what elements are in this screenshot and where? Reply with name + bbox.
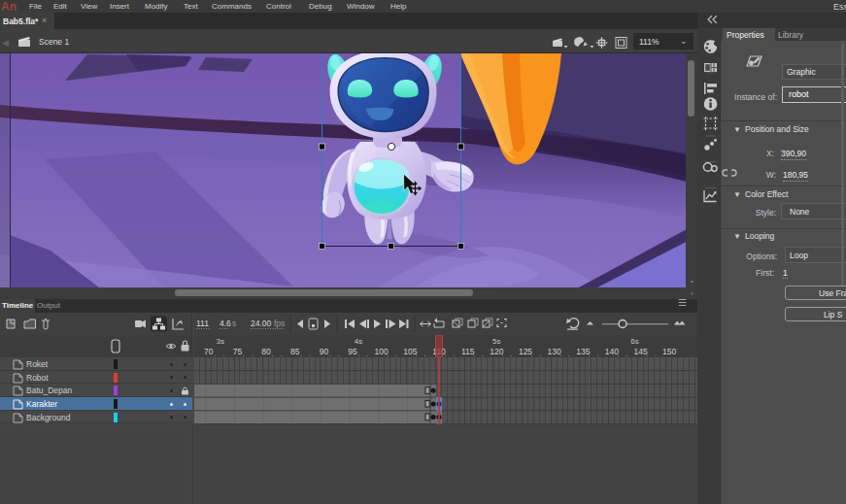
svg-text:135: 135	[576, 347, 590, 356]
svg-text:s: s	[232, 319, 236, 328]
svg-text:5s: 5s	[492, 337, 500, 346]
svg-text:80: 80	[261, 347, 271, 356]
svg-text:140: 140	[605, 347, 619, 356]
svg-text:145: 145	[634, 347, 648, 356]
svg-text:90: 90	[320, 347, 329, 356]
svg-text:100: 100	[375, 347, 389, 356]
svg-text:115: 115	[461, 347, 475, 356]
svg-text:70: 70	[204, 347, 214, 356]
svg-text:24.00: 24.00	[251, 319, 272, 328]
svg-text:111: 111	[196, 319, 209, 328]
svg-text:130: 130	[548, 347, 561, 356]
svg-text:6s: 6s	[630, 337, 638, 346]
svg-text:75: 75	[233, 347, 243, 356]
svg-text:85: 85	[290, 347, 300, 356]
svg-text:fps: fps	[274, 319, 285, 328]
svg-text:125: 125	[519, 347, 532, 356]
svg-text:120: 120	[490, 347, 503, 356]
svg-text:95: 95	[348, 347, 357, 356]
svg-text:4.6: 4.6	[220, 319, 231, 328]
svg-text:4s: 4s	[355, 337, 362, 346]
svg-text:150: 150	[662, 347, 676, 356]
svg-text:3s: 3s	[216, 337, 223, 346]
svg-text:105: 105	[403, 347, 417, 356]
